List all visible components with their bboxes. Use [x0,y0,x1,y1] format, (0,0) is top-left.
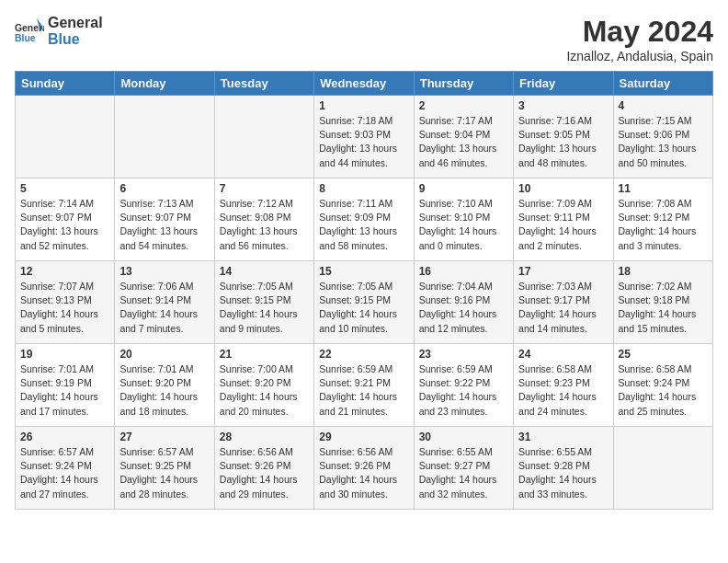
calendar-cell: 3Sunrise: 7:16 AM Sunset: 9:05 PM Daylig… [514,96,613,178]
calendar-cell: 24Sunrise: 6:58 AM Sunset: 9:23 PM Dayli… [514,344,613,427]
day-info: Sunrise: 7:04 AM Sunset: 9:16 PM Dayligh… [419,280,508,336]
day-info: Sunrise: 7:15 AM Sunset: 9:06 PM Dayligh… [619,114,708,170]
calendar-cell: 29Sunrise: 6:56 AM Sunset: 9:26 PM Dayli… [314,427,414,510]
day-number: 30 [419,431,508,443]
day-number: 27 [119,431,209,443]
weekday-header-thursday: Thursday [414,72,513,96]
day-info: Sunrise: 7:06 AM Sunset: 9:14 PM Dayligh… [119,280,209,336]
day-info: Sunrise: 7:07 AM Sunset: 9:13 PM Dayligh… [20,280,109,336]
day-info: Sunrise: 7:10 AM Sunset: 9:10 PM Dayligh… [419,197,508,253]
day-number: 10 [518,182,608,195]
day-number: 25 [619,348,708,361]
calendar-cell: 31Sunrise: 6:55 AM Sunset: 9:28 PM Dayli… [514,427,613,510]
calendar-cell: 1Sunrise: 7:18 AM Sunset: 9:03 PM Daylig… [314,96,414,178]
day-number: 29 [319,431,408,443]
day-number: 11 [619,182,708,195]
day-number: 19 [20,348,109,361]
calendar-cell: 22Sunrise: 6:59 AM Sunset: 9:21 PM Dayli… [314,344,414,427]
day-info: Sunrise: 7:08 AM Sunset: 9:12 PM Dayligh… [619,197,708,253]
day-info: Sunrise: 7:13 AM Sunset: 9:07 PM Dayligh… [119,197,209,253]
calendar-cell [115,96,214,178]
day-number: 21 [220,348,309,361]
calendar-week-row: 12Sunrise: 7:07 AM Sunset: 9:13 PM Dayli… [16,261,713,344]
day-info: Sunrise: 7:11 AM Sunset: 9:09 PM Dayligh… [319,197,408,253]
day-info: Sunrise: 7:16 AM Sunset: 9:05 PM Dayligh… [518,114,608,170]
logo: General Blue General Blue [15,15,103,47]
calendar-cell: 18Sunrise: 7:02 AM Sunset: 9:18 PM Dayli… [613,261,712,344]
calendar-cell: 17Sunrise: 7:03 AM Sunset: 9:17 PM Dayli… [514,261,613,344]
day-number: 20 [119,348,209,361]
calendar-cell: 25Sunrise: 6:58 AM Sunset: 9:24 PM Dayli… [613,344,712,427]
calendar-cell: 15Sunrise: 7:05 AM Sunset: 9:15 PM Dayli… [314,261,414,344]
calendar-week-row: 1Sunrise: 7:18 AM Sunset: 9:03 PM Daylig… [16,96,713,178]
day-info: Sunrise: 6:58 AM Sunset: 9:24 PM Dayligh… [619,362,708,419]
day-info: Sunrise: 7:05 AM Sunset: 9:15 PM Dayligh… [319,280,408,336]
calendar-cell: 2Sunrise: 7:17 AM Sunset: 9:04 PM Daylig… [414,96,513,178]
day-info: Sunrise: 7:18 AM Sunset: 9:03 PM Dayligh… [319,114,408,170]
calendar-cell: 11Sunrise: 7:08 AM Sunset: 9:12 PM Dayli… [613,178,712,261]
day-number: 31 [518,431,608,443]
calendar-cell: 28Sunrise: 6:56 AM Sunset: 9:26 PM Dayli… [214,427,313,510]
day-info: Sunrise: 7:17 AM Sunset: 9:04 PM Dayligh… [419,114,508,170]
calendar-cell: 13Sunrise: 7:06 AM Sunset: 9:14 PM Dayli… [115,261,214,344]
day-info: Sunrise: 6:59 AM Sunset: 9:22 PM Dayligh… [419,362,508,419]
calendar-week-row: 26Sunrise: 6:57 AM Sunset: 9:24 PM Dayli… [16,427,713,510]
day-number: 18 [619,265,708,278]
day-info: Sunrise: 7:09 AM Sunset: 9:11 PM Dayligh… [518,197,608,253]
day-number: 8 [319,182,408,195]
day-info: Sunrise: 6:55 AM Sunset: 9:27 PM Dayligh… [419,445,508,501]
calendar-cell: 8Sunrise: 7:11 AM Sunset: 9:09 PM Daylig… [314,178,414,261]
day-info: Sunrise: 6:58 AM Sunset: 9:23 PM Dayligh… [518,362,608,419]
logo-blue: Blue [48,31,103,48]
weekday-header-wednesday: Wednesday [314,72,414,96]
day-number: 4 [619,99,708,112]
day-info: Sunrise: 7:03 AM Sunset: 9:17 PM Dayligh… [518,280,608,336]
calendar-week-row: 19Sunrise: 7:01 AM Sunset: 9:19 PM Dayli… [16,344,713,427]
calendar-cell: 19Sunrise: 7:01 AM Sunset: 9:19 PM Dayli… [16,344,115,427]
day-info: Sunrise: 6:56 AM Sunset: 9:26 PM Dayligh… [220,445,309,501]
day-info: Sunrise: 7:02 AM Sunset: 9:18 PM Dayligh… [619,280,708,336]
calendar-cell: 6Sunrise: 7:13 AM Sunset: 9:07 PM Daylig… [115,178,214,261]
calendar-cell: 10Sunrise: 7:09 AM Sunset: 9:11 PM Dayli… [514,178,613,261]
page-header: General Blue General Blue May 2024 Iznal… [15,15,713,63]
day-number: 7 [220,182,309,195]
calendar-cell: 7Sunrise: 7:12 AM Sunset: 9:08 PM Daylig… [214,178,313,261]
day-number: 15 [319,265,408,278]
calendar-cell: 12Sunrise: 7:07 AM Sunset: 9:13 PM Dayli… [16,261,115,344]
calendar-cell: 30Sunrise: 6:55 AM Sunset: 9:27 PM Dayli… [414,427,513,510]
day-info: Sunrise: 6:55 AM Sunset: 9:28 PM Dayligh… [518,445,608,501]
day-info: Sunrise: 7:12 AM Sunset: 9:08 PM Dayligh… [220,197,309,253]
day-number: 2 [419,99,508,112]
calendar-cell: 26Sunrise: 6:57 AM Sunset: 9:24 PM Dayli… [16,427,115,510]
calendar-cell: 14Sunrise: 7:05 AM Sunset: 9:15 PM Dayli… [214,261,313,344]
day-number: 14 [220,265,309,278]
calendar-cell: 21Sunrise: 7:00 AM Sunset: 9:20 PM Dayli… [214,344,313,427]
logo-icon: General Blue [15,17,44,46]
day-info: Sunrise: 6:59 AM Sunset: 9:21 PM Dayligh… [319,362,408,419]
svg-text:Blue: Blue [15,33,36,43]
calendar-cell: 23Sunrise: 6:59 AM Sunset: 9:22 PM Dayli… [414,344,513,427]
day-number: 6 [119,182,209,195]
day-info: Sunrise: 6:56 AM Sunset: 9:26 PM Dayligh… [319,445,408,501]
day-number: 12 [20,265,109,278]
calendar-cell: 16Sunrise: 7:04 AM Sunset: 9:16 PM Dayli… [414,261,513,344]
day-number: 26 [20,431,109,443]
calendar-cell: 20Sunrise: 7:01 AM Sunset: 9:20 PM Dayli… [115,344,214,427]
day-info: Sunrise: 6:57 AM Sunset: 9:24 PM Dayligh… [20,445,109,501]
weekday-header-friday: Friday [514,72,613,96]
day-number: 24 [518,348,608,361]
weekday-header-tuesday: Tuesday [214,72,313,96]
day-info: Sunrise: 7:01 AM Sunset: 9:19 PM Dayligh… [20,362,109,419]
month-year-title: May 2024 [566,15,713,49]
day-number: 9 [419,182,508,195]
calendar-cell: 5Sunrise: 7:14 AM Sunset: 9:07 PM Daylig… [16,178,115,261]
day-number: 22 [319,348,408,361]
day-info: Sunrise: 7:01 AM Sunset: 9:20 PM Dayligh… [119,362,209,419]
day-info: Sunrise: 7:05 AM Sunset: 9:15 PM Dayligh… [220,280,309,336]
logo-general: General [48,15,103,31]
weekday-header-row: SundayMondayTuesdayWednesdayThursdayFrid… [16,72,713,96]
weekday-header-sunday: Sunday [16,72,115,96]
day-number: 1 [319,99,408,112]
calendar-cell: 4Sunrise: 7:15 AM Sunset: 9:06 PM Daylig… [613,96,712,178]
calendar-week-row: 5Sunrise: 7:14 AM Sunset: 9:07 PM Daylig… [16,178,713,261]
